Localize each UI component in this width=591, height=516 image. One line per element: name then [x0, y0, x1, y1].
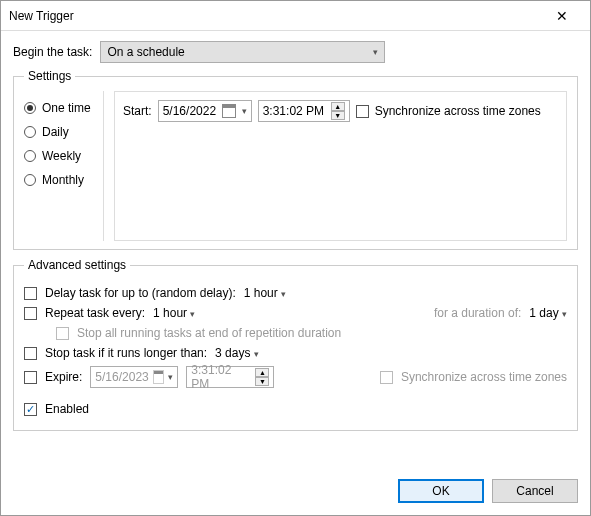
titlebar: New Trigger ✕ — [1, 1, 590, 31]
repeat-value: 1 hour — [153, 306, 187, 320]
window-title: New Trigger — [9, 9, 542, 23]
spinner-down-icon[interactable]: ▼ — [331, 111, 345, 120]
radio-icon — [24, 102, 36, 114]
radio-monthly[interactable]: Monthly — [24, 173, 103, 187]
delay-value-select[interactable]: 1 hour ▾ — [244, 286, 286, 300]
chevron-down-icon: ▾ — [562, 309, 567, 319]
start-label: Start: — [123, 104, 152, 118]
expire-sync-checkbox — [380, 371, 393, 384]
sync-timezones-label: Synchronize across time zones — [375, 104, 541, 118]
spinner-up-icon: ▲ — [255, 368, 269, 377]
delay-checkbox[interactable] — [24, 287, 37, 300]
radio-label: One time — [42, 101, 91, 115]
radio-icon — [24, 174, 36, 186]
stop-longer-value: 3 days — [215, 346, 250, 360]
expire-checkbox[interactable] — [24, 371, 37, 384]
radio-label: Daily — [42, 125, 69, 139]
dialog-footer: OK Cancel — [1, 469, 590, 515]
cancel-button[interactable]: Cancel — [492, 479, 578, 503]
repeat-value-select[interactable]: 1 hour ▾ — [153, 306, 195, 320]
cancel-button-label: Cancel — [516, 484, 553, 498]
expire-label: Expire: — [45, 370, 82, 384]
expire-date-input[interactable]: 5/16/2023 ▾ — [90, 366, 178, 388]
settings-group: Settings One time Daily Weekly Monthly — [13, 69, 578, 250]
repeat-checkbox[interactable] — [24, 307, 37, 320]
chevron-down-icon: ▾ — [242, 106, 247, 116]
schedule-radio-group: One time Daily Weekly Monthly — [24, 91, 104, 241]
begin-task-row: Begin the task: On a schedule ▾ — [13, 41, 578, 63]
delay-label: Delay task for up to (random delay): — [45, 286, 236, 300]
enabled-label: Enabled — [45, 402, 89, 416]
chevron-down-icon: ▾ — [190, 309, 195, 319]
radio-icon — [24, 150, 36, 162]
enabled-checkbox[interactable] — [24, 403, 37, 416]
radio-one-time[interactable]: One time — [24, 101, 103, 115]
start-time-value: 3:31:02 PM — [263, 104, 324, 118]
advanced-legend: Advanced settings — [24, 258, 130, 272]
advanced-settings-group: Advanced settings Delay task for up to (… — [13, 258, 578, 431]
radio-icon — [24, 126, 36, 138]
begin-task-value: On a schedule — [107, 45, 184, 59]
stop-end-repeat-label: Stop all running tasks at end of repetit… — [77, 326, 341, 340]
radio-weekly[interactable]: Weekly — [24, 149, 103, 163]
stop-end-repeat-checkbox — [56, 327, 69, 340]
stop-longer-label: Stop task if it runs longer than: — [45, 346, 207, 360]
spinner-down-icon: ▼ — [255, 377, 269, 386]
close-icon[interactable]: ✕ — [542, 8, 582, 24]
duration-value-select[interactable]: 1 day ▾ — [529, 306, 567, 320]
stop-longer-checkbox[interactable] — [24, 347, 37, 360]
chevron-down-icon: ▾ — [281, 289, 286, 299]
begin-task-select[interactable]: On a schedule ▾ — [100, 41, 385, 63]
radio-daily[interactable]: Daily — [24, 125, 103, 139]
sync-timezones-checkbox[interactable] — [356, 105, 369, 118]
spinner-up-icon[interactable]: ▲ — [331, 102, 345, 111]
chevron-down-icon: ▾ — [373, 47, 378, 57]
settings-legend: Settings — [24, 69, 75, 83]
radio-label: Monthly — [42, 173, 84, 187]
calendar-icon — [153, 370, 165, 384]
dialog-content: Begin the task: On a schedule ▾ Settings… — [1, 31, 590, 469]
start-date-value: 5/16/2022 — [163, 104, 216, 118]
expire-time-input[interactable]: 3:31:02 PM ▲ ▼ — [186, 366, 274, 388]
radio-label: Weekly — [42, 149, 81, 163]
start-panel: Start: 5/16/2022 ▾ 3:31:02 PM ▲ ▼ — [114, 91, 567, 241]
expire-time-value: 3:31:02 PM — [191, 363, 251, 391]
duration-value: 1 day — [529, 306, 558, 320]
duration-label: for a duration of: — [434, 306, 521, 320]
ok-button-label: OK — [432, 484, 449, 498]
repeat-label: Repeat task every: — [45, 306, 145, 320]
begin-task-label: Begin the task: — [13, 45, 92, 59]
delay-value: 1 hour — [244, 286, 278, 300]
stop-longer-value-select[interactable]: 3 days ▾ — [215, 346, 259, 360]
start-date-input[interactable]: 5/16/2022 ▾ — [158, 100, 252, 122]
chevron-down-icon: ▾ — [254, 349, 259, 359]
calendar-icon — [222, 104, 236, 118]
start-time-input[interactable]: 3:31:02 PM ▲ ▼ — [258, 100, 350, 122]
chevron-down-icon: ▾ — [168, 372, 173, 382]
expire-date-value: 5/16/2023 — [95, 370, 148, 384]
ok-button[interactable]: OK — [398, 479, 484, 503]
expire-sync-label: Synchronize across time zones — [401, 370, 567, 384]
